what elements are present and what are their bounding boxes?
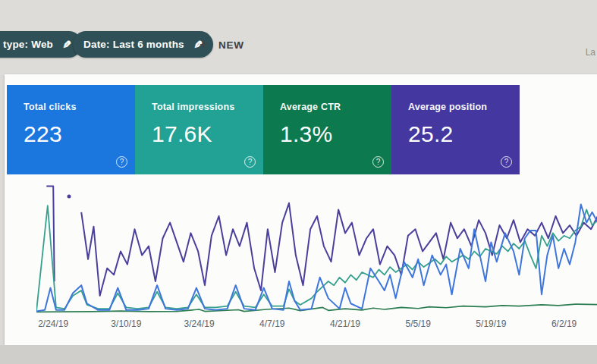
- edit-pencil-icon: ✎: [62, 39, 71, 51]
- metric-label: Average position: [408, 102, 520, 112]
- x-axis-label: 5/19/19: [476, 318, 506, 329]
- metric-tile-average-position[interactable]: Average position 25.2 ?: [391, 85, 520, 174]
- performance-line-chart[interactable]: [36, 184, 597, 314]
- metric-value: 223: [24, 121, 135, 147]
- search-type-filter-chip[interactable]: type: Web ✎: [0, 31, 82, 58]
- partial-last-updated-text: La: [586, 47, 595, 58]
- x-axis-label: 6/2/19: [551, 318, 577, 329]
- x-axis-label: 3/10/19: [111, 318, 141, 329]
- x-axis-label: 4/7/19: [259, 318, 284, 329]
- help-icon[interactable]: ?: [372, 156, 384, 168]
- help-icon[interactable]: ?: [501, 156, 512, 168]
- metric-tile-total-impressions[interactable]: Total impressions 17.6K ?: [135, 85, 263, 174]
- chart-line-average-ctr: [36, 304, 597, 312]
- chart-line-average-position: [81, 203, 597, 296]
- new-filter-button[interactable]: + NEW: [200, 36, 244, 53]
- metric-label: Total impressions: [152, 102, 263, 112]
- help-icon[interactable]: ?: [116, 156, 127, 168]
- metric-tiles-row: Total clicks 223 ? Total impressions 17.…: [7, 85, 520, 174]
- x-axis-tick-labels: 2/24/193/10/193/24/194/7/194/21/195/5/19…: [36, 318, 597, 332]
- metric-value: 1.3%: [280, 121, 391, 147]
- x-axis-label: 2/24/19: [38, 318, 68, 329]
- x-axis-label: 3/24/19: [184, 318, 215, 329]
- metric-tile-total-clicks[interactable]: Total clicks 223 ?: [7, 85, 135, 174]
- metric-value: 17.6K: [152, 121, 263, 147]
- chart-isolated-point: [67, 195, 71, 199]
- chart-canvas: [36, 184, 597, 314]
- metric-label: Total clicks: [24, 102, 135, 112]
- metric-tile-average-ctr[interactable]: Average CTR 1.3% ?: [263, 85, 391, 174]
- app-screen: type: Web ✎ Date: Last 6 months ✎ + NEW …: [0, 0, 597, 364]
- date-range-filter-chip[interactable]: Date: Last 6 months ✎: [73, 31, 213, 58]
- x-axis-label: 4/21/19: [330, 318, 360, 329]
- plus-icon: +: [200, 36, 209, 53]
- search-type-chip-label: type: Web: [3, 39, 53, 50]
- new-button-label: NEW: [218, 39, 244, 51]
- page-bottom-strip: [0, 345, 597, 364]
- metric-value: 25.2: [408, 121, 520, 147]
- metric-label: Average CTR: [280, 102, 391, 112]
- filter-bar: type: Web ✎ Date: Last 6 months ✎ + NEW …: [0, 0, 597, 75]
- x-axis-label: 5/5/19: [406, 318, 431, 329]
- date-chip-label: Date: Last 6 months: [83, 39, 184, 50]
- performance-card: Total clicks 223 ? Total impressions 17.…: [5, 74, 597, 345]
- help-icon[interactable]: ?: [244, 156, 256, 168]
